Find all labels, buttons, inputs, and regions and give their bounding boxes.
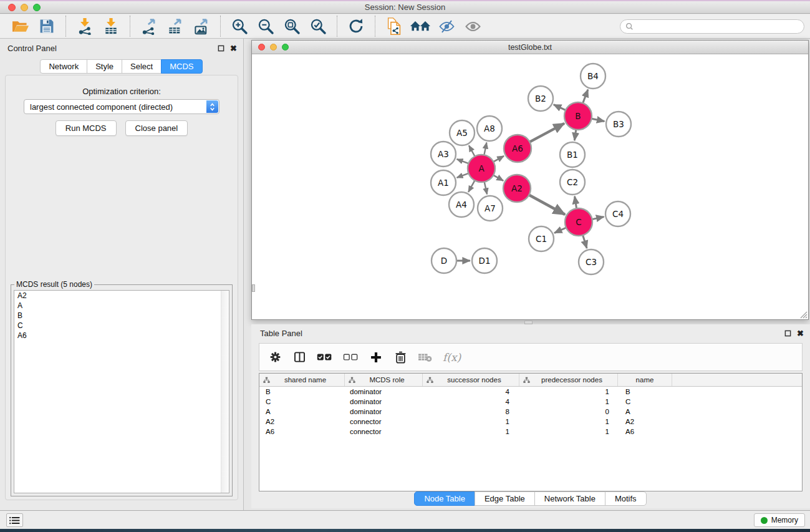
close-panel-icon[interactable]: ✖ <box>230 45 237 52</box>
edge-A-A5[interactable] <box>469 145 475 157</box>
edge-B-B4[interactable] <box>583 90 588 104</box>
close-window-button[interactable] <box>8 4 16 11</box>
edge-A-A7[interactable] <box>485 182 487 195</box>
node-B2[interactable]: B2 <box>528 86 553 111</box>
clone-network-button[interactable] <box>383 16 405 37</box>
node-C1[interactable]: C1 <box>529 226 554 251</box>
tab-node-table[interactable]: Node Table <box>414 491 475 506</box>
import-table-button[interactable] <box>100 16 122 37</box>
window-edge-handle[interactable] <box>252 284 255 292</box>
edge-C-C4[interactable] <box>592 217 604 220</box>
edge-A-A8[interactable] <box>484 143 486 155</box>
close-table-panel-icon[interactable]: ✖ <box>797 330 804 337</box>
edge-A-A2[interactable] <box>493 175 503 181</box>
mcds-result-item[interactable]: A2 <box>14 291 229 301</box>
node-C[interactable]: C <box>565 208 592 236</box>
export-table-button[interactable] <box>164 16 186 37</box>
show-graphics-details-button[interactable] <box>461 16 484 37</box>
node-B3[interactable]: B3 <box>606 112 631 137</box>
node-A1[interactable]: A1 <box>431 170 456 195</box>
resize-grip[interactable] <box>799 310 808 319</box>
hide-graphics-details-button[interactable] <box>435 16 458 37</box>
edge-A-A4[interactable] <box>468 180 475 192</box>
edge-C-C3[interactable] <box>583 235 587 248</box>
tab-select[interactable]: Select <box>122 59 162 74</box>
criterion-select[interactable]: largest connected component (directed) <box>24 99 219 114</box>
home-button[interactable] <box>409 16 432 37</box>
mcds-result-item[interactable]: B <box>14 311 229 321</box>
open-session-button[interactable] <box>9 16 32 37</box>
search-input[interactable] <box>637 22 799 31</box>
list-scrollbar[interactable] <box>221 291 229 493</box>
edge-B-B2[interactable] <box>554 105 566 110</box>
deselect-all-rows-button[interactable] <box>343 352 359 362</box>
node-C2[interactable]: C2 <box>560 170 585 195</box>
node-B1[interactable]: B1 <box>560 142 585 167</box>
tab-motifs[interactable]: Motifs <box>605 491 647 506</box>
table-settings-button[interactable] <box>268 351 282 363</box>
node-D1[interactable]: D1 <box>472 248 497 273</box>
edge-C-C2[interactable] <box>575 196 577 209</box>
search-box[interactable] <box>620 19 804 34</box>
node-A[interactable]: A <box>468 155 495 182</box>
node-A2[interactable]: A2 <box>503 175 531 202</box>
export-network-button[interactable] <box>138 16 160 37</box>
refresh-button[interactable] <box>345 16 367 37</box>
float-table-panel-icon[interactable] <box>784 330 791 337</box>
memory-button[interactable]: Memory <box>754 513 805 527</box>
node-C4[interactable]: C4 <box>605 201 630 226</box>
zoom-selected-button[interactable] <box>307 16 329 37</box>
horizontal-splitter[interactable] <box>251 320 809 324</box>
edge-A-A6[interactable] <box>493 156 504 162</box>
zoom-fit-button[interactable] <box>281 16 303 37</box>
node-A8[interactable]: A8 <box>477 116 502 141</box>
tab-edge-table[interactable]: Edge Table <box>475 491 535 506</box>
column-header-mcds-role[interactable]: MCDS role <box>345 374 423 386</box>
import-network-button[interactable] <box>74 16 96 37</box>
mcds-result-item[interactable]: A6 <box>14 331 229 341</box>
table-row[interactable]: Cdominator41C <box>259 397 802 407</box>
edge-A-A3[interactable] <box>457 159 469 163</box>
node-B4[interactable]: B4 <box>581 64 605 89</box>
minimize-window-button[interactable] <box>21 4 28 11</box>
delete-column-button[interactable] <box>393 351 407 364</box>
edge-B-B3[interactable] <box>592 118 605 121</box>
node-A6[interactable]: A6 <box>504 135 531 162</box>
edge-C-C1[interactable] <box>554 228 566 233</box>
node-B[interactable]: B <box>564 102 592 130</box>
zoom-window-button[interactable] <box>33 4 41 11</box>
tab-mcds[interactable]: MCDS <box>161 59 202 74</box>
node-A4[interactable]: A4 <box>449 192 474 217</box>
table-row[interactable]: Bdominator41B <box>259 387 802 397</box>
node-D[interactable]: D <box>432 248 456 273</box>
column-header-name[interactable]: name <box>618 374 672 386</box>
minimize-network-window-button[interactable] <box>270 44 277 51</box>
task-history-button[interactable] <box>6 513 23 527</box>
node-A5[interactable]: A5 <box>450 120 475 145</box>
edge-A-A1[interactable] <box>457 173 469 178</box>
edge-B-B1[interactable] <box>574 130 576 140</box>
export-image-button[interactable] <box>190 16 213 37</box>
column-header-shared-name[interactable]: shared name <box>259 374 345 386</box>
close-panel-button[interactable]: Close panel <box>125 120 188 136</box>
node-C3[interactable]: C3 <box>579 249 604 274</box>
table-row[interactable]: A2connector11A2 <box>259 417 802 427</box>
mcds-result-item[interactable]: A <box>14 301 229 311</box>
add-column-button[interactable] <box>369 351 383 364</box>
node-A7[interactable]: A7 <box>478 196 503 221</box>
zoom-network-window-button[interactable] <box>282 44 289 51</box>
tab-network[interactable]: Network <box>40 59 87 74</box>
column-header-predecessor-nodes[interactable]: predecessor nodes <box>519 374 618 386</box>
zoom-in-button[interactable] <box>228 16 251 37</box>
network-canvas[interactable]: B4B2BB3A8A5A6A3B1AC2A1A2A4A7C4CC1DD1C3 <box>252 55 808 319</box>
edge-A2-C[interactable] <box>529 195 565 215</box>
select-all-rows-button[interactable] <box>317 352 332 362</box>
node-A3[interactable]: A3 <box>431 142 456 167</box>
column-header-successor-nodes[interactable]: successor nodes <box>423 374 519 386</box>
table-row[interactable]: A6connector11A6 <box>259 427 802 437</box>
table-row[interactable]: Adominator80A <box>259 407 802 417</box>
mcds-result-item[interactable]: C <box>14 321 229 331</box>
split-view-button[interactable] <box>292 351 306 363</box>
float-panel-icon[interactable] <box>218 45 224 52</box>
zoom-out-button[interactable] <box>254 16 277 37</box>
